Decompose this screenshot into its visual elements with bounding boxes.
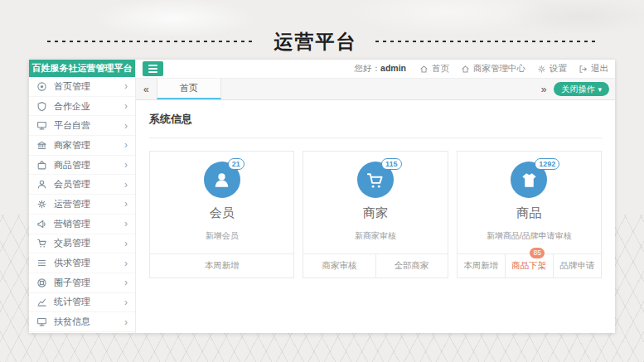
chevron-right-icon xyxy=(124,317,128,327)
sidebar-item-label: 交易管理 xyxy=(54,237,90,249)
stat-card: 21 会员 新增会员 本周新增 xyxy=(149,151,294,278)
bank-icon xyxy=(36,140,47,151)
sidebar-brand: 百姓服务社运营管理平台 xyxy=(29,60,135,77)
count-badge: 21 xyxy=(228,158,245,170)
chevron-right-icon xyxy=(124,278,128,287)
list-icon xyxy=(36,258,47,268)
sidebar-menu-item[interactable]: 合作企业 xyxy=(29,97,135,117)
card-footer-link[interactable]: 商品下架85 xyxy=(505,254,553,278)
tab-scroll-left-icon[interactable] xyxy=(136,84,157,94)
dashboard-icon xyxy=(36,81,47,92)
card-footer-link[interactable]: 本周新增 xyxy=(458,254,505,278)
tshirt-icon xyxy=(520,171,539,190)
masthead: 运营平台 xyxy=(0,28,644,55)
gears-icon xyxy=(36,199,47,210)
stat-card: 115 商家 新商家审核 商家审核全部商家 xyxy=(303,151,448,278)
dashed-line-right xyxy=(375,41,598,42)
top-navbar: 您好：admin 首页 商家管理中心 设置 退出 xyxy=(136,60,615,78)
stat-cards: 21 会员 新增会员 本周新增 115 商家 新商家审核 商家审核全部商家 12… xyxy=(149,151,602,278)
close-operations-button[interactable]: 关闭操作 xyxy=(554,82,609,96)
dashed-line-left xyxy=(47,41,256,42)
sidebar-menu-item[interactable]: 统计管理 xyxy=(29,293,135,313)
chevron-right-icon xyxy=(124,121,128,131)
sidebar-menu-item[interactable]: 营销管理 xyxy=(29,215,135,234)
count-badge: 85 xyxy=(530,248,544,258)
card-title: 商品 xyxy=(458,205,601,221)
chevron-right-icon xyxy=(124,140,128,150)
card-footer-link[interactable]: 全部商家 xyxy=(375,254,448,278)
card-footer-link[interactable]: 本周新增 xyxy=(150,254,293,278)
ring-icon xyxy=(36,278,47,288)
section-title: 系统信息 xyxy=(149,109,602,138)
stat-card: 1292 商品 新增商品/品牌申请审核 本周新增商品下架85品牌申请 xyxy=(457,151,602,278)
username: admin xyxy=(380,63,406,73)
sidebar-menu: 首页管理 合作企业 平台自营 商家管理 商品管理 会员管理 运营管理 营销管理 … xyxy=(29,77,135,332)
chevron-right-icon xyxy=(124,239,128,249)
sidebar-menu-item[interactable]: 圈子管理 xyxy=(29,273,135,293)
sidebar-item-label: 商家管理 xyxy=(54,139,90,152)
sidebar-item-label: 会员管理 xyxy=(54,178,90,191)
card-footer-link[interactable]: 品牌申请 xyxy=(553,254,601,278)
chevron-right-icon xyxy=(124,219,128,229)
cart-icon xyxy=(366,171,385,190)
gears-icon xyxy=(537,65,546,74)
card-footer: 本周新增商品下架85品牌申请 xyxy=(458,253,601,278)
topbar-link-label: 设置 xyxy=(550,63,567,75)
tab-home[interactable]: 首页 xyxy=(157,79,221,99)
sidebar-item-label: 首页管理 xyxy=(54,80,90,93)
count-badge: 1292 xyxy=(535,158,559,170)
sidebar-menu-item[interactable]: 商品管理 xyxy=(29,156,135,176)
sidebar-item-label: 平台自营 xyxy=(54,119,90,132)
sidebar-menu-item[interactable]: 首页管理 xyxy=(29,77,135,97)
card-footer: 本周新增 xyxy=(150,253,293,278)
topbar-link-label: 首页 xyxy=(432,63,449,75)
chevron-right-icon xyxy=(124,180,128,190)
sidebar-item-label: 扶贫信息 xyxy=(54,316,90,328)
topbar-link[interactable]: 退出 xyxy=(579,63,608,75)
sidebar-item-label: 圈子管理 xyxy=(54,277,90,289)
topbar-link[interactable]: 商家管理中心 xyxy=(461,63,525,75)
count-badge: 115 xyxy=(381,158,402,170)
sidebar-menu-item[interactable]: 扶贫信息 xyxy=(29,312,135,332)
sidebar-item-label: 合作企业 xyxy=(54,100,90,113)
topbar-link[interactable]: 首页 xyxy=(419,63,449,75)
user-icon xyxy=(36,179,47,190)
greeting-text: 您好：admin xyxy=(355,63,406,75)
sidebar-menu-item[interactable]: 会员管理 xyxy=(29,175,135,195)
page-title: 运营平台 xyxy=(274,29,357,55)
card-title: 商家 xyxy=(303,205,447,221)
user-icon xyxy=(212,171,231,190)
chevron-right-icon xyxy=(124,258,128,268)
sidebar-item-label: 供求管理 xyxy=(54,257,90,269)
chevron-right-icon xyxy=(124,160,128,170)
topbar-link-label: 商家管理中心 xyxy=(473,63,525,75)
monitor-icon xyxy=(36,120,47,131)
chart-icon xyxy=(36,297,47,307)
topbar-link[interactable]: 设置 xyxy=(537,63,567,75)
sidebar-menu-item[interactable]: 平台自营 xyxy=(29,116,135,136)
menu-toggle-button[interactable] xyxy=(143,61,163,76)
sidebar-item-label: 统计管理 xyxy=(54,296,90,308)
chevron-right-icon xyxy=(124,81,128,91)
sidebar-menu-item[interactable]: 运营管理 xyxy=(29,195,135,215)
card-title: 会员 xyxy=(150,205,293,221)
sidebar-item-label: 营销管理 xyxy=(54,218,90,230)
sidebar: 百姓服务社运营管理平台 首页管理 合作企业 平台自营 商家管理 商品管理 会员管… xyxy=(29,60,136,333)
sidebar-menu-item[interactable]: 供求管理 xyxy=(29,253,135,273)
app-window: 百姓服务社运营管理平台 首页管理 合作企业 平台自营 商家管理 商品管理 会员管… xyxy=(29,60,615,333)
sidebar-menu-item[interactable]: 交易管理 xyxy=(29,234,135,254)
topbar-user-area: 您好：admin 首页 商家管理中心 设置 退出 xyxy=(355,63,608,75)
card-footer-link[interactable]: 商家审核 xyxy=(303,254,375,278)
chevron-right-icon xyxy=(124,199,128,209)
caret-down-icon xyxy=(598,84,602,94)
sidebar-menu-item[interactable]: 商家管理 xyxy=(29,136,135,156)
card-footer: 商家审核全部商家 xyxy=(303,253,447,278)
tab-bar: 首页 关闭操作 xyxy=(136,78,615,100)
sidebar-item-label: 商品管理 xyxy=(54,159,90,171)
bullhorn-icon xyxy=(36,219,47,229)
home-icon xyxy=(419,65,429,74)
tab-scroll-right-icon[interactable] xyxy=(534,84,554,94)
content-area: 系统信息 21 会员 新增会员 本周新增 115 商家 新商家审核 商家审核全部… xyxy=(136,100,615,333)
card-subtitle: 新增商品/品牌申请审核 xyxy=(458,230,601,242)
monitor-icon xyxy=(36,316,47,327)
